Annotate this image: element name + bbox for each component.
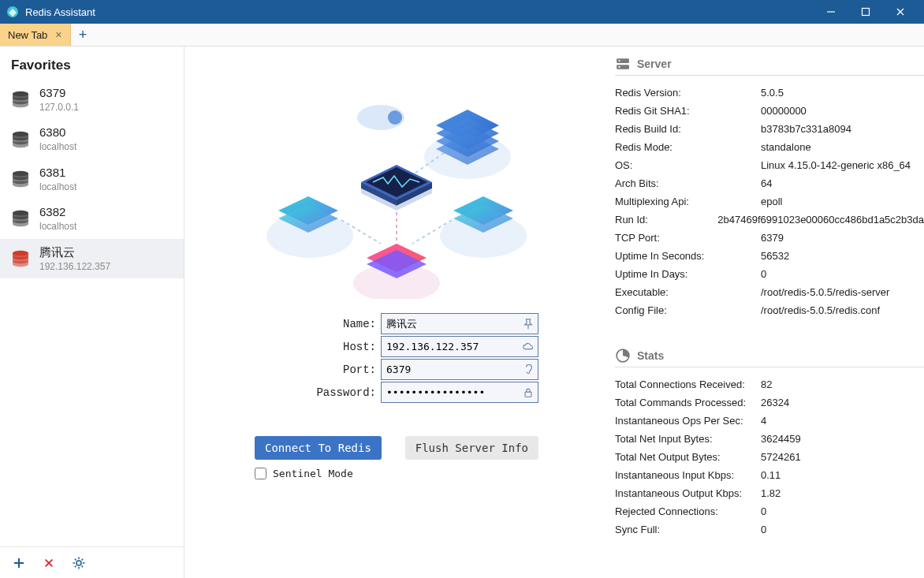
app-logo-icon — [6, 6, 19, 18]
info-value: 4 — [761, 415, 924, 427]
settings-button[interactable] — [71, 555, 87, 571]
port-input[interactable] — [381, 359, 538, 380]
tab-close-icon[interactable]: × — [55, 28, 61, 41]
info-key: Uptime In Seconds: — [615, 250, 761, 262]
info-row: Run Id:2b47469f6991023e00060cc486bd1a5c2… — [615, 211, 924, 229]
favorite-name: 6380 — [39, 125, 76, 140]
info-key: Total Commands Processed: — [615, 397, 761, 408]
info-value: 1.82 — [761, 487, 924, 499]
flush-button[interactable]: Flush Server Info — [405, 436, 538, 460]
database-icon — [11, 91, 30, 108]
cloud-icon[interactable] — [521, 340, 535, 354]
info-value: 0 — [761, 505, 924, 517]
info-value: 64 — [761, 177, 924, 189]
info-row: Instantaneous Output Kbps:1.82 — [615, 484, 924, 502]
sentinel-label: Sentinel Mode — [273, 468, 353, 479]
database-icon — [11, 210, 30, 227]
pin-icon[interactable] — [521, 317, 535, 331]
pie-chart-icon — [615, 348, 631, 364]
tab-label: New Tab — [8, 29, 47, 41]
sidebar: Favorites 6379127.0.0.16380localhost6381… — [0, 47, 184, 578]
connection-form: Name: Host: Port: — [255, 311, 538, 405]
server-panel-title: Server — [637, 58, 672, 70]
add-favorite-button[interactable] — [11, 555, 27, 571]
info-value: standalone — [761, 141, 924, 153]
database-icon — [11, 170, 30, 188]
info-key: Run Id: — [615, 214, 717, 226]
stats-rows: Total Connections Received:82Total Comma… — [615, 375, 924, 539]
database-icon — [11, 131, 30, 148]
info-value: epoll — [761, 196, 924, 207]
maximize-button[interactable] — [848, 0, 883, 24]
info-value: /root/redis-5.0.5/redis-server — [761, 286, 924, 298]
sidebar-heading: Favorites — [0, 47, 184, 80]
name-label: Name: — [255, 318, 381, 330]
info-key: Redis Mode: — [615, 141, 761, 153]
ear-icon[interactable] — [521, 363, 535, 377]
info-row: Uptime In Seconds:56532 — [615, 247, 924, 265]
info-key: Uptime In Days: — [615, 268, 761, 280]
info-row: Total Commands Processed:26324 — [615, 393, 924, 412]
info-key: OS: — [615, 159, 761, 171]
favorites-list: 6379127.0.0.16380localhost6381localhost6… — [0, 80, 184, 546]
favorite-host: localhost — [39, 221, 76, 232]
info-row: Rejected Connections:0 — [615, 502, 924, 520]
lock-icon[interactable] — [521, 386, 535, 400]
sentinel-row: Sentinel Mode — [255, 468, 538, 479]
database-icon — [11, 250, 30, 267]
svg-line-21 — [82, 558, 84, 560]
sentinel-checkbox[interactable] — [255, 468, 266, 479]
favorite-item[interactable]: 6382localhost — [0, 199, 184, 238]
tabstrip: New Tab × + — [0, 24, 924, 47]
svg-line-19 — [75, 558, 76, 560]
sidebar-toolbar — [0, 546, 184, 578]
info-value: 26324 — [761, 397, 924, 408]
password-input[interactable] — [381, 382, 538, 403]
info-key: Redis Build Id: — [615, 123, 761, 135]
tab-add-button[interactable]: + — [71, 24, 95, 46]
favorite-item[interactable]: 6381localhost — [0, 159, 184, 199]
info-pane: Server Redis Version:5.0.5Redis Git SHA1… — [609, 47, 924, 578]
server-rows: Redis Version:5.0.5Redis Git SHA1:000000… — [615, 84, 924, 319]
server-panel-header: Server — [615, 56, 924, 76]
info-value: 56532 — [761, 250, 924, 262]
svg-line-22 — [75, 565, 76, 567]
favorite-item[interactable]: 腾讯云192.136.122.357 — [0, 239, 184, 278]
info-key: Total Net Input Bytes: — [615, 433, 761, 445]
info-key: Rejected Connections: — [615, 505, 761, 517]
connect-button[interactable]: Connect To Redis — [255, 436, 382, 460]
tab-active[interactable]: New Tab × — [0, 24, 71, 46]
favorite-name: 6381 — [39, 166, 76, 180]
main-pane: Name: Host: Port: — [184, 47, 609, 578]
info-row: Total Connections Received:82 — [615, 375, 924, 393]
info-row: Redis Mode:standalone — [615, 138, 924, 156]
favorite-item[interactable]: 6379127.0.0.1 — [0, 80, 184, 119]
favorite-item[interactable]: 6380localhost — [0, 119, 184, 158]
minimize-button[interactable] — [814, 0, 848, 24]
connection-illustration — [247, 78, 546, 299]
info-row: Instantaneous Ops Per Sec:4 — [615, 412, 924, 430]
host-input[interactable] — [381, 336, 538, 357]
favorite-name: 6379 — [39, 86, 79, 100]
name-input[interactable] — [381, 313, 538, 334]
info-row: TCP Port:6379 — [615, 229, 924, 247]
info-key: Redis Version: — [615, 87, 761, 99]
info-value: 0.11 — [761, 469, 924, 481]
info-value: 6379 — [761, 232, 924, 244]
info-key: Instantaneous Input Kbps: — [615, 469, 761, 481]
delete-favorite-button[interactable] — [41, 555, 57, 571]
info-key: TCP Port: — [615, 232, 761, 244]
info-key: Sync Full: — [615, 524, 761, 535]
favorite-host: 192.136.122.357 — [39, 261, 110, 272]
titlebar: Redis Assistant — [0, 0, 924, 24]
info-key: Config File: — [615, 304, 761, 316]
svg-point-14 — [76, 561, 81, 565]
svg-point-28 — [388, 110, 402, 125]
close-button[interactable] — [883, 0, 918, 24]
favorite-host: 127.0.0.1 — [39, 102, 79, 113]
favorite-host: localhost — [39, 141, 76, 152]
info-row: OS:Linux 4.15.0-142-generic x86_64 — [615, 156, 924, 174]
info-value: 5724261 — [761, 451, 924, 463]
info-row: Instantaneous Input Kbps:0.11 — [615, 466, 924, 484]
plus-icon: + — [79, 27, 88, 43]
